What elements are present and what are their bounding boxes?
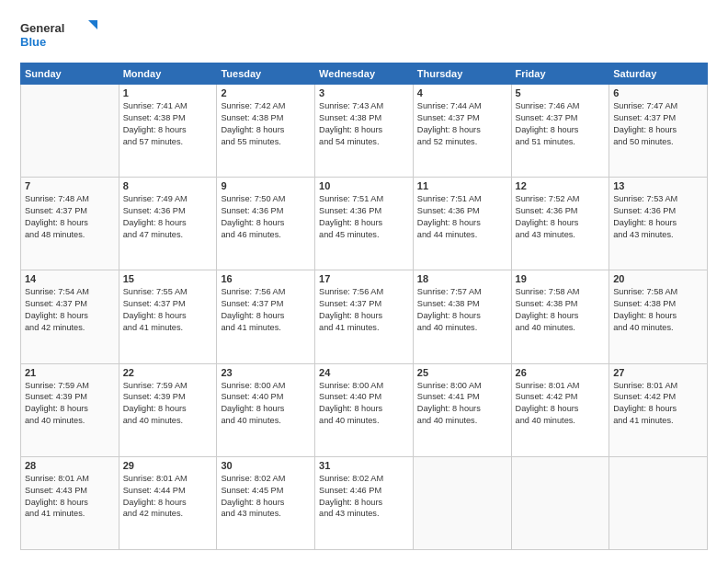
calendar-cell xyxy=(21,85,119,178)
day-info: Sunrise: 7:51 AMSunset: 4:36 PMDaylight:… xyxy=(417,193,507,241)
day-info: Sunrise: 7:46 AMSunset: 4:37 PMDaylight:… xyxy=(516,100,606,148)
day-number: 26 xyxy=(516,367,606,378)
calendar-cell: 23Sunrise: 8:00 AMSunset: 4:40 PMDayligh… xyxy=(217,363,315,456)
day-number: 8 xyxy=(123,180,213,191)
day-number: 16 xyxy=(221,273,311,284)
header: General Blue xyxy=(20,17,708,53)
day-number: 23 xyxy=(221,367,311,378)
day-number: 11 xyxy=(417,180,507,191)
day-info: Sunrise: 7:59 AMSunset: 4:39 PMDaylight:… xyxy=(123,380,213,428)
day-info: Sunrise: 7:55 AMSunset: 4:37 PMDaylight:… xyxy=(123,286,213,334)
day-number: 25 xyxy=(417,367,507,378)
calendar-cell: 17Sunrise: 7:56 AMSunset: 4:37 PMDayligh… xyxy=(315,270,414,363)
weekday-header-tuesday: Tuesday xyxy=(217,63,315,85)
calendar-cell: 26Sunrise: 8:01 AMSunset: 4:42 PMDayligh… xyxy=(511,363,609,456)
day-number: 2 xyxy=(221,87,311,98)
svg-text:General: General xyxy=(20,21,64,35)
calendar-cell: 29Sunrise: 8:01 AMSunset: 4:44 PMDayligh… xyxy=(119,456,217,549)
calendar-cell: 20Sunrise: 7:58 AMSunset: 4:38 PMDayligh… xyxy=(609,270,708,363)
day-number: 14 xyxy=(25,273,115,284)
calendar-cell: 9Sunrise: 7:50 AMSunset: 4:36 PMDaylight… xyxy=(217,178,315,270)
day-number: 31 xyxy=(319,460,409,471)
day-number: 21 xyxy=(25,367,115,378)
calendar-cell: 15Sunrise: 7:55 AMSunset: 4:37 PMDayligh… xyxy=(119,270,217,363)
calendar-cell: 31Sunrise: 8:02 AMSunset: 4:46 PMDayligh… xyxy=(315,456,414,549)
calendar-cell: 7Sunrise: 7:48 AMSunset: 4:37 PMDaylight… xyxy=(21,178,119,270)
day-number: 3 xyxy=(319,87,409,98)
day-info: Sunrise: 8:02 AMSunset: 4:46 PMDaylight:… xyxy=(319,473,409,521)
day-number: 13 xyxy=(613,180,703,191)
day-info: Sunrise: 7:57 AMSunset: 4:38 PMDaylight:… xyxy=(417,286,507,334)
weekday-header-saturday: Saturday xyxy=(609,63,708,85)
week-row-2: 14Sunrise: 7:54 AMSunset: 4:37 PMDayligh… xyxy=(21,270,708,363)
day-info: Sunrise: 7:43 AMSunset: 4:38 PMDaylight:… xyxy=(319,100,409,148)
week-row-0: 1Sunrise: 7:41 AMSunset: 4:38 PMDaylight… xyxy=(21,85,708,178)
day-info: Sunrise: 7:56 AMSunset: 4:37 PMDaylight:… xyxy=(319,286,409,334)
calendar-cell: 28Sunrise: 8:01 AMSunset: 4:43 PMDayligh… xyxy=(21,456,119,549)
calendar-cell: 30Sunrise: 8:02 AMSunset: 4:45 PMDayligh… xyxy=(217,456,315,549)
day-number: 20 xyxy=(613,273,703,284)
day-number: 15 xyxy=(123,273,213,284)
calendar-cell: 5Sunrise: 7:46 AMSunset: 4:37 PMDaylight… xyxy=(511,85,609,178)
day-number: 1 xyxy=(123,87,213,98)
week-row-1: 7Sunrise: 7:48 AMSunset: 4:37 PMDaylight… xyxy=(21,178,708,270)
calendar-cell: 21Sunrise: 7:59 AMSunset: 4:39 PMDayligh… xyxy=(21,363,119,456)
day-number: 7 xyxy=(25,180,115,191)
calendar-cell: 19Sunrise: 7:58 AMSunset: 4:38 PMDayligh… xyxy=(511,270,609,363)
calendar-cell: 27Sunrise: 8:01 AMSunset: 4:42 PMDayligh… xyxy=(609,363,708,456)
day-info: Sunrise: 7:58 AMSunset: 4:38 PMDaylight:… xyxy=(613,286,703,334)
day-info: Sunrise: 7:53 AMSunset: 4:36 PMDaylight:… xyxy=(613,193,703,241)
calendar-cell xyxy=(413,456,511,549)
weekday-row: SundayMondayTuesdayWednesdayThursdayFrid… xyxy=(21,63,708,85)
calendar-cell: 14Sunrise: 7:54 AMSunset: 4:37 PMDayligh… xyxy=(21,270,119,363)
day-info: Sunrise: 8:01 AMSunset: 4:42 PMDaylight:… xyxy=(613,380,703,428)
day-info: Sunrise: 7:41 AMSunset: 4:38 PMDaylight:… xyxy=(123,100,213,148)
calendar-cell: 12Sunrise: 7:52 AMSunset: 4:36 PMDayligh… xyxy=(511,178,609,270)
day-info: Sunrise: 8:01 AMSunset: 4:43 PMDaylight:… xyxy=(25,473,115,521)
calendar-cell: 3Sunrise: 7:43 AMSunset: 4:38 PMDaylight… xyxy=(315,85,414,178)
day-info: Sunrise: 7:42 AMSunset: 4:38 PMDaylight:… xyxy=(221,100,311,148)
calendar-cell: 16Sunrise: 7:56 AMSunset: 4:37 PMDayligh… xyxy=(217,270,315,363)
calendar-cell: 8Sunrise: 7:49 AMSunset: 4:36 PMDaylight… xyxy=(119,178,217,270)
day-number: 22 xyxy=(123,367,213,378)
calendar-cell: 22Sunrise: 7:59 AMSunset: 4:39 PMDayligh… xyxy=(119,363,217,456)
day-number: 19 xyxy=(516,273,606,284)
calendar-cell xyxy=(511,456,609,549)
weekday-header-thursday: Thursday xyxy=(413,63,511,85)
day-info: Sunrise: 7:51 AMSunset: 4:36 PMDaylight:… xyxy=(319,193,409,241)
calendar-cell: 24Sunrise: 8:00 AMSunset: 4:40 PMDayligh… xyxy=(315,363,414,456)
day-number: 5 xyxy=(516,87,606,98)
day-number: 9 xyxy=(221,180,311,191)
day-number: 24 xyxy=(319,367,409,378)
week-row-3: 21Sunrise: 7:59 AMSunset: 4:39 PMDayligh… xyxy=(21,363,708,456)
day-info: Sunrise: 8:00 AMSunset: 4:41 PMDaylight:… xyxy=(417,380,507,428)
day-info: Sunrise: 8:01 AMSunset: 4:44 PMDaylight:… xyxy=(123,473,213,521)
day-info: Sunrise: 7:54 AMSunset: 4:37 PMDaylight:… xyxy=(25,286,115,334)
calendar-cell: 11Sunrise: 7:51 AMSunset: 4:36 PMDayligh… xyxy=(413,178,511,270)
weekday-header-friday: Friday xyxy=(511,63,609,85)
calendar-header: SundayMondayTuesdayWednesdayThursdayFrid… xyxy=(21,63,708,85)
calendar-cell: 4Sunrise: 7:44 AMSunset: 4:37 PMDaylight… xyxy=(413,85,511,178)
logo-svg: General Blue xyxy=(20,17,103,53)
calendar-cell: 6Sunrise: 7:47 AMSunset: 4:37 PMDaylight… xyxy=(609,85,708,178)
calendar-cell: 10Sunrise: 7:51 AMSunset: 4:36 PMDayligh… xyxy=(315,178,414,270)
day-info: Sunrise: 7:58 AMSunset: 4:38 PMDaylight:… xyxy=(516,286,606,334)
calendar-body: 1Sunrise: 7:41 AMSunset: 4:38 PMDaylight… xyxy=(21,85,708,550)
day-number: 4 xyxy=(417,87,507,98)
day-number: 10 xyxy=(319,180,409,191)
day-info: Sunrise: 8:00 AMSunset: 4:40 PMDaylight:… xyxy=(221,380,311,428)
day-info: Sunrise: 7:48 AMSunset: 4:37 PMDaylight:… xyxy=(25,193,115,241)
day-info: Sunrise: 7:47 AMSunset: 4:37 PMDaylight:… xyxy=(613,100,703,148)
logo: General Blue xyxy=(20,17,103,53)
day-number: 18 xyxy=(417,273,507,284)
day-info: Sunrise: 7:50 AMSunset: 4:36 PMDaylight:… xyxy=(221,193,311,241)
day-info: Sunrise: 8:02 AMSunset: 4:45 PMDaylight:… xyxy=(221,473,311,521)
day-number: 28 xyxy=(25,460,115,471)
day-number: 29 xyxy=(123,460,213,471)
weekday-header-wednesday: Wednesday xyxy=(315,63,414,85)
day-number: 12 xyxy=(516,180,606,191)
calendar-cell: 2Sunrise: 7:42 AMSunset: 4:38 PMDaylight… xyxy=(217,85,315,178)
day-info: Sunrise: 8:00 AMSunset: 4:40 PMDaylight:… xyxy=(319,380,409,428)
calendar-cell: 13Sunrise: 7:53 AMSunset: 4:36 PMDayligh… xyxy=(609,178,708,270)
day-number: 17 xyxy=(319,273,409,284)
